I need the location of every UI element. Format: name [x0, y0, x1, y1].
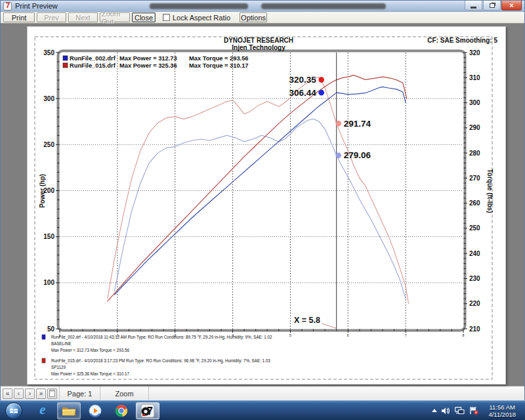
- close-button[interactable]: Close: [132, 12, 156, 22]
- volume-icon[interactable]: [442, 407, 450, 415]
- power-tick-label: 300: [43, 95, 54, 102]
- minimize-button[interactable]: [465, 1, 482, 10]
- next-button[interactable]: Next: [68, 12, 98, 22]
- torque-tick-label: 210: [469, 326, 480, 333]
- taskbar-item-chrome[interactable]: [110, 402, 133, 419]
- show-hidden-icons-button[interactable]: [432, 409, 437, 412]
- taskbar-item-internet-explorer[interactable]: e: [31, 402, 54, 419]
- page-setup-button[interactable]: [47, 388, 57, 399]
- media-player-icon: [89, 404, 102, 417]
- action-center-flag-icon[interactable]: [469, 406, 478, 415]
- minimize-icon: [471, 7, 476, 9]
- prev-page-button[interactable]: ‹: [14, 388, 24, 399]
- taskbar-item-media-player[interactable]: [83, 402, 107, 419]
- annotation-0-line2: BASELINE: [51, 341, 72, 346]
- power-tick-label: 50: [47, 326, 55, 333]
- marker-value-label: 306.44: [289, 88, 316, 98]
- annotation-1-line1: RunFile_015.drf - 4/10/2018 3:17:23 PM R…: [51, 358, 270, 364]
- page: 5010015020025030035021022023024025026027…: [27, 26, 506, 385]
- print-button[interactable]: Print: [3, 12, 35, 22]
- annotation-swatch-1: [42, 358, 45, 363]
- marker-value-label: 291.74: [344, 119, 371, 129]
- legend-file-1: RunFile_015.drf: [70, 62, 116, 69]
- next-page-button[interactable]: ›: [25, 388, 35, 399]
- prev-button[interactable]: Prev: [37, 12, 66, 22]
- svg-text:7: 7: [147, 406, 153, 417]
- torque-tick-label: 230: [469, 275, 480, 282]
- close-icon: ×: [509, 1, 513, 9]
- app-icon: 7: [3, 2, 12, 10]
- annotation-swatch-0: [42, 335, 45, 339]
- chart-subtitle: Injen Technology: [232, 44, 285, 51]
- taskbar: e 7: [0, 400, 525, 420]
- clock-date: 4/11/2018: [488, 411, 516, 418]
- legend-torque-1: Max Torque = 310.17: [189, 62, 249, 69]
- taskbar-item-winpep[interactable]: 7: [136, 402, 159, 419]
- torque-tick-label: 280: [469, 150, 480, 157]
- legend-power-1: Max Power = 325.36: [119, 62, 177, 69]
- page-margin-border: [35, 37, 492, 379]
- legend-torque-0: Max Torque = 293.56: [189, 55, 249, 62]
- annotation-1-line3: Max Power = 325.36 Max Torque = 310.17: [51, 371, 129, 377]
- torque-tick-label: 220: [469, 300, 480, 307]
- rpm-tick-label: 5: [289, 333, 291, 337]
- taskbar-item-windows-explorer[interactable]: [57, 402, 81, 419]
- legend-swatch-runfile-015: [63, 63, 68, 68]
- power-tick-label: 150: [43, 233, 54, 240]
- annotation-0-line3: Max Power = 312.73 Max Torque = 293.56: [51, 348, 129, 353]
- preview-area: 5010015020025030035021022023024025026027…: [1, 24, 524, 386]
- options-button[interactable]: Options: [240, 12, 267, 22]
- titlebar[interactable]: 7 Print Preview ×: [1, 1, 524, 12]
- torque-tick-label: 300: [469, 99, 480, 106]
- titlebar-redacted-text: [150, 3, 248, 9]
- series-runfile_015-power: [108, 75, 407, 301]
- taskbar-clock[interactable]: 11:56 AM 4/11/2018: [483, 404, 521, 418]
- dyno-chart: 5010015020025030035021022023024025026027…: [28, 27, 507, 385]
- torque-tick-label: 260: [469, 200, 480, 207]
- close-window-button[interactable]: ×: [501, 1, 522, 10]
- toolbar: Print Prev Next Zoom Out Close Lock Aspe…: [1, 12, 524, 24]
- clock-time: 11:56 AM: [488, 404, 516, 411]
- torque-tick-label: 320: [469, 49, 480, 56]
- legend-swatch-runfile-002: [63, 56, 68, 60]
- legend-power-0: Max Power = 312.73: [119, 55, 177, 62]
- torque-tick-label: 240: [469, 250, 480, 257]
- window-title: Print Preview: [15, 2, 58, 10]
- zoom-out-button[interactable]: Zoom Out: [100, 12, 130, 22]
- winpep-icon: 7: [140, 404, 155, 418]
- lock-aspect-ratio-checkbox[interactable]: [163, 14, 170, 21]
- chrome-icon: [115, 404, 128, 417]
- annotation-0-line1: RunFile_002.drf - 4/10/2018 11:43:12 AM …: [51, 335, 272, 340]
- chart-title: DYNOJET RESEARCH: [224, 37, 293, 44]
- series-runfile_002-torque: [115, 119, 406, 299]
- titlebar-redacted-text: [261, 3, 386, 9]
- network-icon[interactable]: [455, 407, 465, 415]
- marker-dot: [335, 121, 341, 127]
- first-page-button[interactable]: «: [3, 388, 12, 399]
- windows-logo-icon: [9, 406, 18, 415]
- correction-smoothing-note: CF: SAE Smoothing: 5: [427, 37, 497, 44]
- document-icon: [49, 390, 55, 397]
- power-tick-label: 100: [43, 279, 54, 286]
- cursor-label-pointer: [322, 324, 336, 328]
- svg-text:RunFile_002.drf Ma: RunFile_002.drf Max Power = 312.73 Max T…: [70, 55, 249, 62]
- torque-tick-label: 270: [469, 175, 480, 182]
- rpm-tick-label: 7: [405, 333, 407, 337]
- marker-dot: [318, 90, 324, 96]
- statusbar: « ‹ › » Page: 1 Zoom: [1, 386, 524, 400]
- cursor-x-label: X = 5.8: [294, 316, 320, 325]
- right-axis-title: Torque (ft-lbs): [486, 169, 494, 213]
- last-page-button[interactable]: »: [36, 388, 46, 399]
- start-button[interactable]: [2, 402, 26, 419]
- internet-explorer-icon: e: [39, 402, 45, 418]
- torque-tick-label: 310: [469, 74, 480, 81]
- legend: RunFile_002.drf Max Power = 312.73 Max T…: [63, 55, 249, 69]
- rpm-tick-label: 8: [463, 333, 465, 337]
- torque-tick-label: 290: [469, 124, 480, 131]
- marker-dot: [318, 77, 324, 83]
- annotation-1-line2: SP1129: [51, 365, 66, 369]
- run-annotation-baseline: RunFile_002.drf - 4/10/2018 11:43:12 AM …: [42, 335, 272, 353]
- restore-button[interactable]: [483, 1, 501, 10]
- marker-value-label: 279.06: [344, 150, 371, 160]
- zoom-indicator: Zoom: [100, 387, 149, 400]
